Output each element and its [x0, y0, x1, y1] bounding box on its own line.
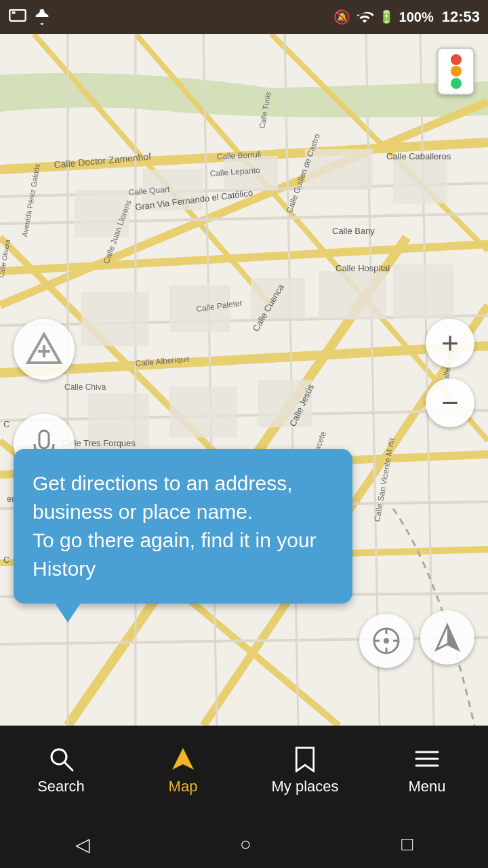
bottom-navigation: Search Map My places Menu — [0, 726, 488, 821]
location-button[interactable] — [420, 610, 474, 665]
status-icons-left — [8, 7, 52, 26]
zoom-in-button[interactable]: + — [426, 319, 474, 368]
status-bar: 🔕 🔋 100% 12:53 — [0, 0, 488, 34]
map-area[interactable]: Calle Doctor Zamenhof Gran Via Fernando … — [0, 34, 488, 726]
svg-rect-37 — [319, 271, 386, 319]
svg-text:Calle Chiva: Calle Chiva — [64, 382, 106, 392]
menu-icon — [413, 745, 441, 772]
svg-text:Calle Bany: Calle Bany — [332, 226, 375, 236]
nav-menu[interactable]: Menu — [366, 726, 488, 821]
svg-rect-38 — [393, 264, 454, 319]
navigate-mode-button[interactable] — [359, 614, 413, 668]
bookmark-icon — [293, 745, 317, 772]
status-icons-right: 🔕 🔋 100% 12:53 — [333, 8, 480, 26]
svg-rect-34 — [81, 292, 149, 346]
traffic-light-button[interactable] — [437, 47, 474, 95]
nav-search[interactable]: Search — [0, 726, 122, 821]
nav-my-places[interactable]: My places — [244, 726, 366, 821]
zoom-controls: + − — [426, 319, 474, 427]
map-icon — [169, 745, 197, 772]
my-places-label: My places — [271, 778, 338, 795]
back-button[interactable]: ◁ — [75, 833, 90, 856]
recent-apps-button[interactable]: □ — [401, 833, 413, 855]
map-label: Map — [169, 778, 198, 795]
svg-line-82 — [65, 763, 73, 770]
muted-icon: 🔕 — [333, 9, 350, 25]
triangle-add-icon — [25, 330, 63, 368]
directions-tooltip: Get directions to an address, business o… — [14, 449, 352, 604]
navigate-mode-icon — [369, 624, 403, 658]
menu-label: Menu — [408, 778, 445, 795]
battery-percent: 100% — [399, 9, 434, 25]
nav-map[interactable]: Map — [122, 726, 244, 821]
home-button[interactable]: ○ — [240, 833, 251, 855]
svg-text:Calle Caballeros: Calle Caballeros — [386, 151, 451, 161]
add-navigate-button[interactable] — [14, 319, 75, 380]
svg-rect-33 — [393, 156, 447, 203]
wifi-icon — [356, 8, 373, 26]
zoom-out-button[interactable]: − — [426, 378, 474, 427]
notification-icon — [33, 7, 52, 26]
traffic-yellow — [451, 66, 462, 77]
traffic-red — [451, 54, 462, 65]
svg-text:Calle Hospital: Calle Hospital — [336, 263, 390, 273]
svg-point-81 — [52, 749, 66, 764]
traffic-green — [451, 78, 462, 89]
svg-rect-1 — [12, 12, 16, 14]
tooltip-text: Get directions to an address, business o… — [33, 469, 333, 583]
svg-rect-70 — [39, 431, 49, 448]
location-icon — [432, 623, 462, 652]
svg-marker-83 — [172, 748, 194, 770]
screenshot-icon — [8, 7, 27, 26]
svg-rect-0 — [9, 10, 25, 21]
battery-icon: 🔋 — [379, 9, 394, 24]
svg-rect-40 — [169, 387, 237, 437]
search-label: Search — [37, 778, 85, 795]
svg-point-78 — [384, 638, 389, 644]
time-display: 12:53 — [442, 8, 480, 26]
android-nav-bar: ◁ ○ □ — [0, 821, 488, 868]
svg-rect-32 — [305, 149, 373, 190]
search-icon — [47, 745, 75, 772]
svg-text:C: C — [3, 555, 9, 565]
svg-text:C: C — [3, 419, 9, 429]
